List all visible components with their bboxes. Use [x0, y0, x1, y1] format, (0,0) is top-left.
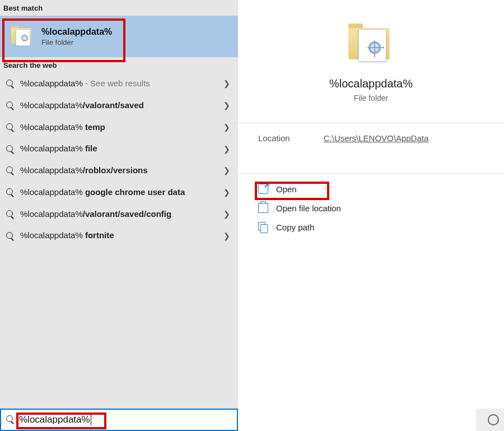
web-result[interactable]: %localappdata%/roblox/versions ❯ [0, 160, 238, 182]
search-icon [6, 79, 15, 88]
search-input-value: %localappdata% [19, 414, 91, 426]
web-result[interactable]: %localappdata% - See web results ❯ [0, 73, 238, 95]
search-icon [6, 145, 15, 154]
folder-settings-icon [11, 26, 35, 47]
open-icon [258, 184, 268, 194]
chevron-right-icon: ❯ [223, 101, 230, 110]
search-icon [6, 188, 15, 197]
open-label: Open [276, 184, 297, 194]
windows-search-flyout: Best match %localappdata% File folder Se… [0, 0, 504, 431]
best-match-subtitle: File folder [41, 38, 112, 47]
web-result[interactable]: %localappdata% google chrome user data ❯ [0, 182, 238, 203]
open-action[interactable]: Open [249, 179, 493, 198]
location-link[interactable]: C:\Users\LENOVO\AppData [324, 133, 429, 143]
search-icon [6, 415, 15, 425]
location-row: Location C:\Users\LENOVO\AppData [238, 123, 504, 153]
web-result[interactable]: %localappdata% temp ❯ [0, 117, 238, 138]
open-file-location-action[interactable]: Open file location [249, 198, 493, 217]
search-web-header: Search the web [0, 57, 238, 73]
results-panel: Best match %localappdata% File folder Se… [0, 0, 238, 431]
chevron-right-icon: ❯ [223, 79, 230, 88]
folder-settings-icon [346, 24, 396, 65]
folder-icon [258, 203, 268, 213]
web-result[interactable]: %localappdata%/valorant/saved/config ❯ [0, 203, 238, 225]
divider [238, 173, 504, 174]
best-match-result[interactable]: %localappdata% File folder [0, 16, 238, 57]
chevron-right-icon: ❯ [223, 210, 230, 219]
search-icon [6, 101, 15, 110]
cortana-button[interactable] [482, 411, 504, 429]
search-input[interactable]: %localappdata% [0, 409, 238, 431]
best-match-header: Best match [0, 0, 238, 16]
search-icon [6, 210, 15, 219]
web-results-list: %localappdata% - See web results ❯ %loca… [0, 73, 238, 247]
copy-path-action[interactable]: Copy path [249, 217, 493, 237]
chevron-right-icon: ❯ [223, 145, 230, 154]
best-match-title: %localappdata% [41, 27, 112, 37]
chevron-right-icon: ❯ [223, 166, 230, 175]
location-label: Location [258, 133, 290, 143]
details-subtitle: File folder [354, 94, 388, 103]
web-result[interactable]: %localappdata% file ❯ [0, 138, 238, 160]
chevron-right-icon: ❯ [223, 123, 230, 132]
text-caret [91, 414, 91, 425]
search-icon [6, 123, 15, 132]
web-result[interactable]: %localappdata%/valorant/saved ❯ [0, 95, 238, 117]
chevron-right-icon: ❯ [223, 188, 230, 197]
cortana-icon [488, 414, 499, 425]
open-location-label: Open file location [276, 203, 341, 213]
search-icon [6, 231, 15, 240]
search-icon [6, 166, 15, 175]
web-result[interactable]: %localappdata% fortnite ❯ [0, 225, 238, 247]
copy-path-label: Copy path [276, 223, 314, 232]
chevron-right-icon: ❯ [223, 231, 230, 240]
details-panel: %localappdata% File folder Location C:\U… [238, 0, 504, 431]
taskbar: W [476, 409, 504, 431]
best-match-texts: %localappdata% File folder [41, 27, 112, 47]
details-title: %localappdata% [329, 77, 413, 90]
copy-icon [258, 222, 268, 232]
